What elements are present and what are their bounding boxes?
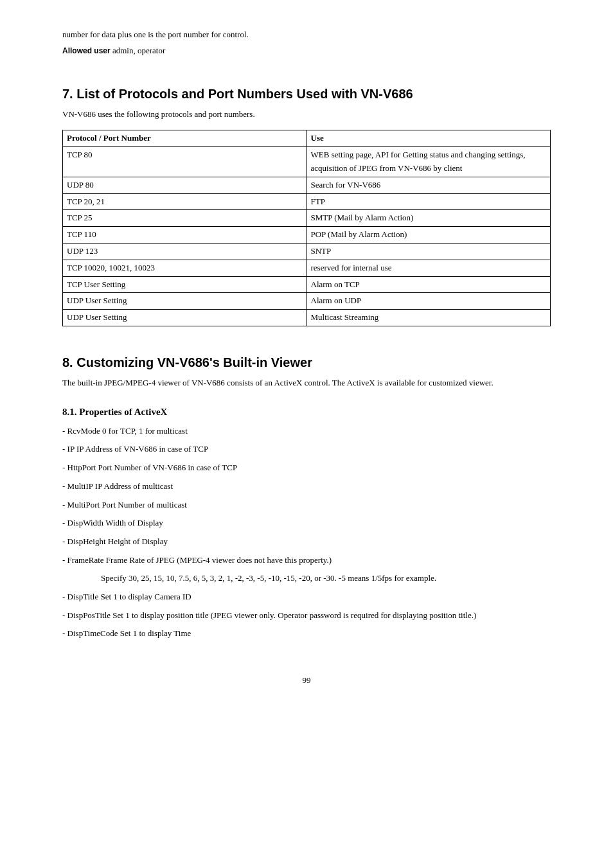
framerate-detail: Specify 30, 25, 15, 10, 7.5, 6, 5, 3, 2,… <box>101 571 551 587</box>
cell-protocol: UDP 80 <box>63 177 307 193</box>
table-row: TCP 80WEB setting page, API for Getting … <box>63 147 551 177</box>
section-7-subtext: VN-V686 uses the following protocols and… <box>62 108 551 121</box>
prop-line: - DispHeight Height of Display <box>62 534 551 550</box>
col-protocol: Protocol / Port Number <box>63 130 307 147</box>
cell-protocol: TCP 110 <box>63 227 307 244</box>
cell-use: POP (Mail by Alarm Action) <box>306 227 551 244</box>
allowed-user-line: Allowed user admin, operator <box>62 44 551 58</box>
protocol-table: Protocol / Port Number Use TCP 80WEB set… <box>62 130 551 326</box>
cell-use: Alarm on TCP <box>306 276 551 293</box>
cell-use: SMTP (Mail by Alarm Action) <box>306 210 551 227</box>
prop-line: - DispPosTitle Set 1 to display position… <box>62 608 551 624</box>
cell-protocol: UDP 123 <box>63 243 307 260</box>
intro-line: number for data plus one is the port num… <box>62 28 551 42</box>
table-row: UDP User SettingMulticast Streaming <box>63 310 551 326</box>
table-row: TCP 20, 21FTP <box>63 193 551 210</box>
prop-line: - HttpPort Port Number of VN-V686 in cas… <box>62 460 551 476</box>
table-row: TCP User SettingAlarm on TCP <box>63 276 551 293</box>
cell-use: FTP <box>306 193 551 210</box>
section-8-heading: 8. Customizing VN-V686's Built-in Viewer <box>62 352 551 373</box>
col-use: Use <box>306 130 551 147</box>
cell-protocol: TCP 20, 21 <box>63 193 307 210</box>
section-8-subtext: The built-in JPEG/MPEG-4 viewer of VN-V6… <box>62 376 551 390</box>
table-header-row: Protocol / Port Number Use <box>63 130 551 147</box>
cell-protocol: TCP 10020, 10021, 10023 <box>63 260 307 276</box>
prop-line: - IP IP Address of VN-V686 in case of TC… <box>62 441 551 457</box>
prop-line: - FrameRate Frame Rate of JPEG (MPEG-4 v… <box>62 553 551 569</box>
cell-use: Multicast Streaming <box>306 310 551 326</box>
cell-protocol: TCP 25 <box>63 210 307 227</box>
table-row: UDP 123SNTP <box>63 243 551 260</box>
cell-protocol: TCP User Setting <box>63 276 307 293</box>
table-row: TCP 25SMTP (Mail by Alarm Action) <box>63 210 551 227</box>
table-row: UDP 80Search for VN-V686 <box>63 177 551 193</box>
allowed-user-value: admin, operator <box>112 46 165 55</box>
cell-use: SNTP <box>306 243 551 260</box>
table-row: UDP User SettingAlarm on UDP <box>63 293 551 310</box>
section-7-heading: 7. List of Protocols and Port Numbers Us… <box>62 84 551 104</box>
table-row: TCP 110POP (Mail by Alarm Action) <box>63 227 551 244</box>
cell-use: Search for VN-V686 <box>306 177 551 193</box>
cell-use: WEB setting page, API for Getting status… <box>306 147 551 177</box>
prop-line: - DispWidth Width of Display <box>62 515 551 531</box>
prop-line: - RcvMode 0 for TCP, 1 for multicast <box>62 423 551 439</box>
page-number: 99 <box>62 674 551 687</box>
prop-line: - MultiIP IP Address of multicast <box>62 479 551 495</box>
cell-use: reserved for internal use <box>306 260 551 276</box>
prop-line: - DispTimeCode Set 1 to display Time <box>62 626 551 642</box>
cell-protocol: TCP 80 <box>63 147 307 177</box>
cell-protocol: UDP User Setting <box>63 293 307 310</box>
section-8-1-heading: 8.1. Properties of ActiveX <box>62 404 551 420</box>
prop-line: - DispTitle Set 1 to display Camera ID <box>62 589 551 605</box>
properties-list: - RcvMode 0 for TCP, 1 for multicast - I… <box>62 423 551 642</box>
table-row: TCP 10020, 10021, 10023reserved for inte… <box>63 260 551 276</box>
allowed-user-label: Allowed user <box>62 46 111 55</box>
cell-protocol: UDP User Setting <box>63 310 307 326</box>
prop-line: - MultiPort Port Number of multicast <box>62 497 551 513</box>
cell-use: Alarm on UDP <box>306 293 551 310</box>
